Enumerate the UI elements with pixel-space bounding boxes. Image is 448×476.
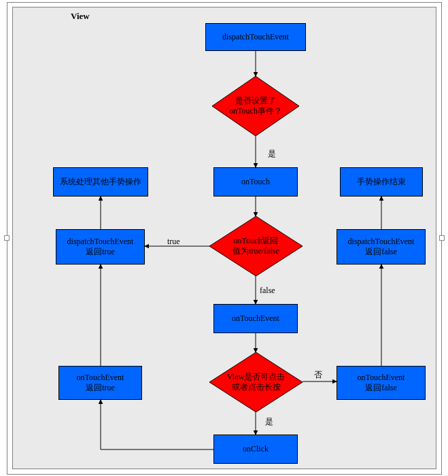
node-label: 系统处理其他手势操作 bbox=[60, 177, 141, 187]
node-label: onTouchEvent 返回true bbox=[77, 373, 124, 393]
node-decision-ontouch-set: 是否设置了 onTouch事件？ bbox=[212, 76, 299, 136]
node-label: onTouch bbox=[241, 177, 270, 187]
node-label: 手势操作结束 bbox=[357, 177, 406, 187]
node-ontouchevent-true: onTouchEvent 返回true bbox=[58, 366, 142, 400]
node-ontouchevent-false: onTouchEvent 返回false bbox=[337, 366, 426, 400]
node-onclick: onClick bbox=[213, 435, 298, 464]
diagram-title: View bbox=[71, 11, 90, 22]
node-gesture-end: 手势操作结束 bbox=[340, 167, 423, 197]
node-label: onTouchEvent 返回false bbox=[358, 373, 405, 393]
resize-handle-right[interactable] bbox=[439, 235, 445, 241]
node-label: onTouchEvent bbox=[232, 313, 279, 324]
node-decision-clickable: View是否可点击 或者点击长按 bbox=[209, 352, 303, 412]
node-label: dispatchTouchEvent 返回false bbox=[348, 237, 415, 257]
node-label: dispatchTouchEvent bbox=[222, 32, 289, 42]
node-ontouchevent: onTouchEvent bbox=[213, 304, 298, 333]
node-sys-gesture: 系统处理其他手势操作 bbox=[53, 167, 148, 197]
node-dispatch: dispatchTouchEvent bbox=[205, 23, 306, 51]
edge-label-yes-2: 是 bbox=[265, 416, 273, 428]
node-label: onTouch返回 值为true/false bbox=[230, 236, 282, 256]
node-ontouch: onTouch bbox=[213, 167, 298, 197]
node-label: onClick bbox=[243, 444, 269, 454]
node-dispatch-true: dispatchTouchEvent 返回true bbox=[56, 229, 145, 265]
resize-handle-left[interactable] bbox=[4, 235, 10, 241]
node-label: dispatchTouchEvent 返回true bbox=[67, 237, 134, 257]
node-label: 是否设置了 onTouch事件？ bbox=[226, 96, 285, 116]
edge-label-no: 否 bbox=[314, 369, 322, 381]
edge-label-true: true bbox=[167, 237, 180, 247]
edge-label-false: false bbox=[260, 286, 275, 296]
edge-label-yes: 是 bbox=[268, 148, 276, 160]
node-dispatch-false: dispatchTouchEvent 返回false bbox=[337, 229, 426, 265]
node-label: View是否可点击 或者点击长按 bbox=[224, 372, 288, 392]
node-decision-ontouch-return: onTouch返回 值为true/false bbox=[209, 216, 303, 276]
diagram-canvas: View dispatchTou bbox=[0, 0, 448, 476]
